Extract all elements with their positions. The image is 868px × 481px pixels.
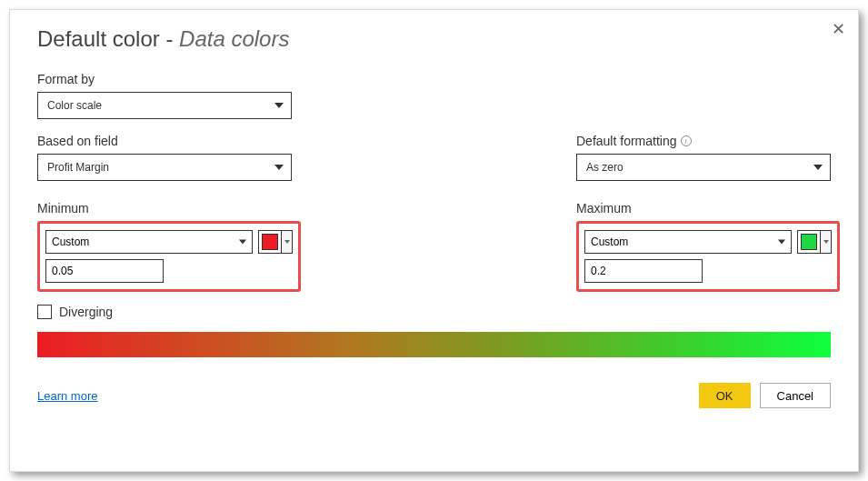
based-on-group: Based on field Profit Margin — [37, 134, 292, 181]
color-swatch-red — [262, 234, 278, 250]
minimum-label: Minimum — [37, 201, 301, 215]
format-by-label: Format by — [37, 72, 831, 86]
close-icon[interactable]: ✕ — [832, 19, 845, 39]
format-by-value: Color scale — [47, 99, 102, 112]
chevron-down-icon — [274, 103, 284, 108]
maximum-value-input[interactable] — [584, 259, 703, 283]
maximum-section: Maximum Custom — [576, 201, 831, 292]
chevron-down-icon — [820, 231, 831, 253]
based-on-label: Based on field — [37, 134, 292, 148]
format-by-group: Format by Color scale — [37, 72, 831, 119]
minimum-value-input[interactable] — [45, 259, 164, 283]
minimum-mode-value: Custom — [52, 235, 89, 248]
cancel-button[interactable]: Cancel — [760, 383, 831, 408]
dialog-default-color: ✕ Default color - Data colors Format by … — [9, 9, 859, 472]
chevron-down-icon — [281, 231, 292, 253]
diverging-label: Diverging — [59, 305, 113, 319]
based-on-select[interactable]: Profit Margin — [37, 154, 292, 181]
minimum-section: Minimum Custom — [37, 201, 301, 292]
dialog-title: Default color - Data colors — [37, 26, 831, 52]
chevron-down-icon — [274, 165, 284, 170]
maximum-color-picker[interactable] — [797, 230, 832, 254]
title-main: Default color - — [37, 26, 179, 51]
default-format-group: Default formatting i As zero — [576, 134, 831, 181]
title-sub: Data colors — [179, 26, 289, 51]
chevron-down-icon — [778, 240, 785, 245]
learn-more-link[interactable]: Learn more — [37, 389, 97, 403]
default-format-label: Default formatting i — [576, 134, 831, 148]
minimum-highlight: Custom — [37, 221, 301, 292]
button-row: OK Cancel — [699, 383, 831, 408]
dialog-footer: Learn more OK Cancel — [37, 383, 831, 408]
minimum-color-picker[interactable] — [258, 230, 293, 254]
maximum-mode-value: Custom — [591, 235, 628, 248]
info-icon[interactable]: i — [681, 135, 692, 146]
gradient-preview — [37, 332, 831, 357]
chevron-down-icon — [239, 240, 246, 245]
minimum-mode-select[interactable]: Custom — [45, 230, 253, 254]
based-on-value: Profit Margin — [47, 161, 109, 174]
maximum-label: Maximum — [576, 201, 831, 215]
default-format-value: As zero — [586, 161, 624, 174]
color-swatch-green — [801, 234, 817, 250]
diverging-checkbox[interactable] — [37, 305, 52, 319]
chevron-down-icon — [813, 165, 823, 170]
maximum-mode-select[interactable]: Custom — [584, 230, 792, 254]
maximum-highlight: Custom — [576, 221, 840, 292]
diverging-row: Diverging — [37, 305, 831, 319]
format-by-select[interactable]: Color scale — [37, 92, 292, 119]
ok-button[interactable]: OK — [699, 383, 751, 408]
default-format-select[interactable]: As zero — [576, 154, 831, 181]
